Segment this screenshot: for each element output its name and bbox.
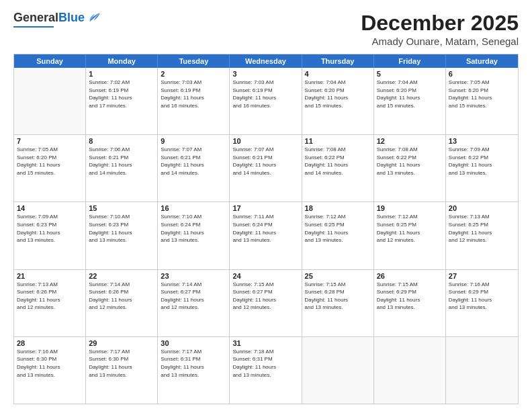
table-row: 20Sunrise: 7:13 AM Sunset: 6:25 PM Dayli… xyxy=(446,202,518,269)
day-number: 9 xyxy=(161,137,226,145)
day-info: Sunrise: 7:12 AM Sunset: 6:25 PM Dayligh… xyxy=(305,213,371,244)
table-row: 29Sunrise: 7:17 AM Sunset: 6:30 PM Dayli… xyxy=(86,337,158,404)
day-number: 21 xyxy=(17,272,83,280)
table-row: 1Sunrise: 7:02 AM Sunset: 6:19 PM Daylig… xyxy=(86,68,158,134)
day-number: 5 xyxy=(377,70,443,78)
sub-title: Amady Ounare, Matam, Senegal xyxy=(361,36,519,47)
header-day-wednesday: Wednesday xyxy=(230,54,302,68)
day-info: Sunrise: 7:15 AM Sunset: 6:29 PM Dayligh… xyxy=(377,281,443,312)
table-row: 8Sunrise: 7:06 AM Sunset: 6:21 PM Daylig… xyxy=(86,135,158,201)
table-row: 26Sunrise: 7:15 AM Sunset: 6:29 PM Dayli… xyxy=(374,270,446,336)
day-info: Sunrise: 7:02 AM Sunset: 6:19 PM Dayligh… xyxy=(89,79,154,109)
day-info: Sunrise: 7:10 AM Sunset: 6:24 PM Dayligh… xyxy=(161,213,226,244)
table-row: 17Sunrise: 7:11 AM Sunset: 6:24 PM Dayli… xyxy=(230,202,302,269)
day-number: 24 xyxy=(232,272,298,280)
day-number: 23 xyxy=(161,272,226,280)
calendar-body: 1Sunrise: 7:02 AM Sunset: 6:19 PM Daylig… xyxy=(14,68,518,404)
header-day-sunday: Sunday xyxy=(14,54,86,68)
main-title: December 2025 xyxy=(361,11,519,36)
logo-bird-icon xyxy=(86,11,101,26)
table-row: 4Sunrise: 7:04 AM Sunset: 6:20 PM Daylig… xyxy=(302,68,374,134)
day-number: 19 xyxy=(377,204,443,212)
day-info: Sunrise: 7:11 AM Sunset: 6:24 PM Dayligh… xyxy=(232,213,298,244)
day-number: 28 xyxy=(17,339,83,347)
table-row: 7Sunrise: 7:05 AM Sunset: 6:20 PM Daylig… xyxy=(14,135,86,201)
day-number: 6 xyxy=(449,70,515,78)
header-day-saturday: Saturday xyxy=(446,54,518,68)
day-info: Sunrise: 7:04 AM Sunset: 6:20 PM Dayligh… xyxy=(305,79,371,109)
table-row: 18Sunrise: 7:12 AM Sunset: 6:25 PM Dayli… xyxy=(302,202,374,269)
title-block: December 2025 Amady Ounare, Matam, Seneg… xyxy=(361,11,519,47)
day-number: 1 xyxy=(89,70,154,78)
day-number: 11 xyxy=(305,137,371,145)
table-row: 14Sunrise: 7:09 AM Sunset: 6:23 PM Dayli… xyxy=(14,202,86,269)
day-info: Sunrise: 7:05 AM Sunset: 6:20 PM Dayligh… xyxy=(17,146,83,177)
day-number: 14 xyxy=(17,204,83,212)
day-number: 20 xyxy=(449,204,515,212)
day-number: 10 xyxy=(232,137,298,145)
day-info: Sunrise: 7:16 AM Sunset: 6:29 PM Dayligh… xyxy=(449,281,515,312)
table-row: 11Sunrise: 7:08 AM Sunset: 6:22 PM Dayli… xyxy=(302,135,374,201)
table-row: 15Sunrise: 7:10 AM Sunset: 6:23 PM Dayli… xyxy=(86,202,158,269)
day-info: Sunrise: 7:17 AM Sunset: 6:31 PM Dayligh… xyxy=(161,348,226,379)
calendar-row-2: 14Sunrise: 7:09 AM Sunset: 6:23 PM Dayli… xyxy=(14,201,518,269)
table-row: 28Sunrise: 7:16 AM Sunset: 6:30 PM Dayli… xyxy=(14,337,86,404)
day-info: Sunrise: 7:08 AM Sunset: 6:22 PM Dayligh… xyxy=(377,146,443,177)
table-row: 13Sunrise: 7:09 AM Sunset: 6:22 PM Dayli… xyxy=(446,135,518,201)
day-number: 25 xyxy=(305,272,371,280)
day-number: 8 xyxy=(89,137,154,145)
day-number: 22 xyxy=(89,272,154,280)
day-number: 31 xyxy=(232,339,298,347)
day-info: Sunrise: 7:10 AM Sunset: 6:23 PM Dayligh… xyxy=(89,213,154,244)
day-number: 18 xyxy=(305,204,371,212)
day-info: Sunrise: 7:15 AM Sunset: 6:28 PM Dayligh… xyxy=(305,281,371,312)
day-info: Sunrise: 7:14 AM Sunset: 6:27 PM Dayligh… xyxy=(161,281,226,312)
day-info: Sunrise: 7:07 AM Sunset: 6:21 PM Dayligh… xyxy=(232,146,298,177)
table-row xyxy=(446,337,518,404)
day-number: 2 xyxy=(161,70,226,78)
table-row: 31Sunrise: 7:18 AM Sunset: 6:31 PM Dayli… xyxy=(230,337,302,404)
calendar-row-4: 28Sunrise: 7:16 AM Sunset: 6:30 PM Dayli… xyxy=(14,336,518,404)
day-info: Sunrise: 7:04 AM Sunset: 6:20 PM Dayligh… xyxy=(377,79,443,109)
day-info: Sunrise: 7:13 AM Sunset: 6:26 PM Dayligh… xyxy=(17,281,83,312)
logo-blue: Blue xyxy=(58,11,85,24)
table-row xyxy=(374,337,446,404)
header-day-monday: Monday xyxy=(86,54,158,68)
day-number: 30 xyxy=(161,339,226,347)
day-number: 26 xyxy=(377,272,443,280)
page: GeneralBlue December 2025 Amady Ounare, … xyxy=(0,0,532,411)
table-row: 3Sunrise: 7:03 AM Sunset: 6:19 PM Daylig… xyxy=(230,68,302,134)
calendar-row-1: 7Sunrise: 7:05 AM Sunset: 6:20 PM Daylig… xyxy=(14,134,518,201)
table-row: 23Sunrise: 7:14 AM Sunset: 6:27 PM Dayli… xyxy=(158,270,230,336)
logo: GeneralBlue xyxy=(13,11,101,28)
calendar-header: SundayMondayTuesdayWednesdayThursdayFrid… xyxy=(14,54,518,68)
table-row: 19Sunrise: 7:12 AM Sunset: 6:25 PM Dayli… xyxy=(374,202,446,269)
table-row: 6Sunrise: 7:05 AM Sunset: 6:20 PM Daylig… xyxy=(446,68,518,134)
table-row: 24Sunrise: 7:15 AM Sunset: 6:27 PM Dayli… xyxy=(230,270,302,336)
day-number: 4 xyxy=(305,70,371,78)
table-row: 5Sunrise: 7:04 AM Sunset: 6:20 PM Daylig… xyxy=(374,68,446,134)
day-info: Sunrise: 7:06 AM Sunset: 6:21 PM Dayligh… xyxy=(89,146,154,177)
day-info: Sunrise: 7:05 AM Sunset: 6:20 PM Dayligh… xyxy=(449,79,515,109)
table-row: 10Sunrise: 7:07 AM Sunset: 6:21 PM Dayli… xyxy=(230,135,302,201)
day-number: 29 xyxy=(89,339,154,347)
header-day-tuesday: Tuesday xyxy=(158,54,230,68)
day-number: 12 xyxy=(377,137,443,145)
header-day-thursday: Thursday xyxy=(302,54,374,68)
day-info: Sunrise: 7:03 AM Sunset: 6:19 PM Dayligh… xyxy=(161,79,226,109)
day-number: 16 xyxy=(161,204,226,212)
calendar-row-3: 21Sunrise: 7:13 AM Sunset: 6:26 PM Dayli… xyxy=(14,269,518,336)
day-number: 7 xyxy=(17,137,83,145)
header-day-friday: Friday xyxy=(374,54,446,68)
day-info: Sunrise: 7:08 AM Sunset: 6:22 PM Dayligh… xyxy=(305,146,371,177)
day-number: 15 xyxy=(89,204,154,212)
day-info: Sunrise: 7:09 AM Sunset: 6:23 PM Dayligh… xyxy=(17,213,83,244)
day-info: Sunrise: 7:07 AM Sunset: 6:21 PM Dayligh… xyxy=(161,146,226,177)
calendar: SundayMondayTuesdayWednesdayThursdayFrid… xyxy=(13,54,519,404)
day-info: Sunrise: 7:15 AM Sunset: 6:27 PM Dayligh… xyxy=(232,281,298,312)
logo-text: GeneralBlue xyxy=(13,11,85,25)
day-info: Sunrise: 7:03 AM Sunset: 6:19 PM Dayligh… xyxy=(232,79,298,109)
day-info: Sunrise: 7:14 AM Sunset: 6:26 PM Dayligh… xyxy=(89,281,154,312)
day-info: Sunrise: 7:12 AM Sunset: 6:25 PM Dayligh… xyxy=(377,213,443,244)
table-row: 12Sunrise: 7:08 AM Sunset: 6:22 PM Dayli… xyxy=(374,135,446,201)
